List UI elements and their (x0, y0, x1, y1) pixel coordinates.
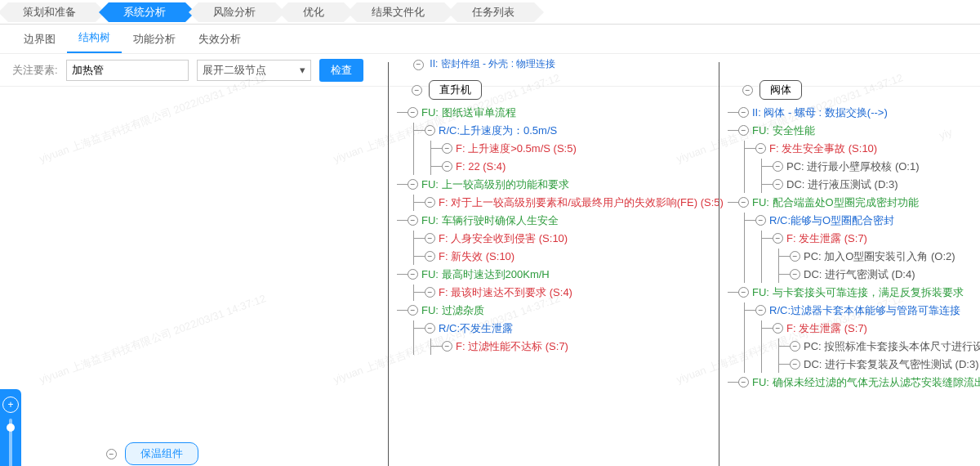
column-valve: − 阀体 −II: 阀体 - 螺母 : 数据交换(-->)−FU: 安全性能−F… (719, 62, 980, 466)
collapse-icon[interactable]: − (413, 60, 424, 70)
collapse-icon[interactable]: − (425, 323, 435, 334)
structure-canvas[interactable]: yiyuan 上海益吉科技有限公司 2022/03/31 14:37:12 yi… (0, 87, 980, 466)
tree-node-rc[interactable]: −R/C:能够与O型圈配合密封 (745, 213, 980, 229)
node-label: DC: 进行卡套复装及气密性测试 (D:3) (795, 356, 979, 373)
tree-node-f[interactable]: −F: 对于上一较高级别要素和/或最终用户的失效影响(FE) (S:5) (414, 195, 719, 211)
collapse-icon[interactable]: − (773, 179, 783, 190)
step-doc[interactable]: 结果文件化 (357, 2, 444, 22)
tree-node-f[interactable]: −F: 过滤性能不达标 (S:7) (431, 338, 719, 355)
collapse-icon[interactable]: − (425, 251, 435, 262)
tree-node-fu[interactable]: −FU: 安全性能 (728, 123, 980, 139)
tree-node-ii[interactable]: −II: 阀体 - 螺母 : 数据交换(-->) (728, 105, 980, 121)
step-opt[interactable]: 优化 (288, 2, 344, 22)
tree-node-f[interactable]: −F: 新失效 (S:10) (414, 249, 719, 265)
tree-valve: −II: 阀体 - 螺母 : 数据交换(-->)−FU: 安全性能−F: 发生安… (728, 105, 980, 392)
children: −R/C:上升速度为：0.5m/S−F: 上升速度>0.5m/S (S:5)−F… (413, 123, 719, 175)
step-risk[interactable]: 风险分析 (198, 2, 275, 22)
collapse-icon[interactable]: − (425, 287, 435, 298)
tree-node-fu[interactable]: −FU: 过滤杂质 (397, 302, 719, 319)
collapse-icon[interactable]: − (738, 377, 749, 388)
tree-node-pc[interactable]: −PC: 进行最小壁厚校核 (O:1) (762, 159, 980, 175)
collapse-icon[interactable]: − (425, 233, 435, 244)
collapse-icon[interactable]: − (790, 359, 800, 370)
tab-failure[interactable]: 失效分析 (187, 25, 252, 53)
step-system[interactable]: 系统分析 (109, 2, 185, 22)
collapse-icon[interactable]: − (425, 197, 435, 208)
tree-helicopter: −FU: 图纸送审单流程−R/C:上升速度为：0.5m/S−F: 上升速度>0.… (397, 105, 719, 356)
collapse-icon[interactable]: − (408, 215, 418, 226)
tree-node-rc[interactable]: −R/C:不发生泄露 (414, 320, 719, 337)
zoom-in-button[interactable]: + (2, 397, 19, 413)
collapse-icon[interactable]: − (755, 143, 766, 154)
tree-node-rc[interactable]: −R/C:上升速度为：0.5m/S (414, 123, 719, 139)
collapse-icon[interactable]: − (442, 341, 452, 352)
collapse-icon[interactable]: − (773, 233, 783, 244)
tree-node-rc[interactable]: −R/C:过滤器卡套本体能够与管路可靠连接 (745, 302, 980, 319)
tree-node-f[interactable]: −F: 22 (S:4) (431, 159, 719, 175)
collapse-icon[interactable]: − (755, 215, 766, 226)
root-node[interactable]: 保温组件 (125, 442, 198, 465)
collapse-icon[interactable]: − (773, 323, 783, 334)
collapse-icon[interactable]: − (738, 125, 749, 136)
collapse-icon[interactable]: − (442, 161, 452, 172)
collapse-icon[interactable]: − (738, 107, 749, 118)
zoom-slider[interactable] (9, 419, 12, 466)
collapse-icon[interactable]: − (408, 107, 418, 118)
collapse-icon[interactable]: − (106, 449, 117, 459)
tree-node-dc[interactable]: −DC: 进行气密测试 (D:4) (779, 267, 980, 283)
tree-node-pc[interactable]: −PC: 按照标准卡套接头本体尺寸进行设计 (O: (779, 338, 980, 355)
check-button[interactable]: 检查 (319, 59, 363, 82)
tab-structure[interactable]: 结构树 (67, 24, 122, 53)
collapse-icon[interactable]: − (412, 85, 422, 96)
children: −F: 最该时速达不到要求 (S:4) (413, 285, 719, 301)
step-plan[interactable]: 策划和准备 (8, 2, 96, 22)
collapse-icon[interactable]: − (738, 197, 749, 208)
tab-boundary[interactable]: 边界图 (12, 25, 67, 53)
collapse-icon[interactable]: − (790, 341, 800, 352)
collapse-icon[interactable]: − (790, 269, 800, 280)
tree-node-fu[interactable]: −FU: 确保未经过滤的气体无法从滤芯安装缝隙流出 (728, 374, 980, 391)
tree-node-pc[interactable]: −PC: 加入O型圈安装引入角 (O:2) (779, 249, 980, 265)
collapse-icon[interactable]: − (442, 143, 452, 154)
node-valve[interactable]: 阀体 (760, 80, 802, 100)
collapse-icon[interactable]: − (790, 251, 800, 262)
view-tabs: 边界图 结构树 功能分析 失效分析 (0, 25, 980, 54)
collapse-icon[interactable]: − (773, 161, 783, 172)
tree-node-f[interactable]: −F: 发生安全事故 (S:10) (745, 141, 980, 157)
collapse-icon[interactable]: − (738, 287, 749, 298)
collapse-icon[interactable]: − (742, 85, 753, 96)
node-label: R/C:能够与O型圈配合密封 (761, 213, 894, 229)
tree-node-fu[interactable]: −FU: 图纸送审单流程 (397, 105, 719, 121)
tree-node-f[interactable]: −F: 上升速度>0.5m/S (S:5) (431, 141, 719, 157)
collapse-icon[interactable]: − (408, 305, 418, 316)
node-label: FU: 与卡套接头可靠连接，满足反复拆装要求 (744, 285, 964, 301)
collapse-icon[interactable]: − (408, 179, 418, 190)
node-label: II: 阀体 - 螺母 : 数据交换(-->) (744, 105, 888, 121)
focus-element-input[interactable] (66, 60, 189, 81)
tab-function[interactable]: 功能分析 (122, 25, 187, 53)
tree-node-fu[interactable]: −FU: 上一较高级别的功能和要求 (397, 177, 719, 193)
tree-node-f[interactable]: −F: 人身安全收到侵害 (S:10) (414, 231, 719, 247)
node-label: FU: 车辆行驶时确保人生安全 (413, 213, 559, 229)
tree-node-f[interactable]: −F: 发生泄露 (S:7) (762, 231, 980, 247)
tree-node-f[interactable]: −F: 发生泄露 (S:7) (762, 320, 980, 337)
zoom-thumb[interactable] (7, 423, 15, 432)
tree-node-dc[interactable]: −DC: 进行卡套复装及气密性测试 (D:3) (779, 356, 980, 373)
children: −F: 过滤性能不达标 (S:7) (430, 338, 719, 355)
tree-node-fu[interactable]: −FU: 与卡套接头可靠连接，满足反复拆装要求 (728, 285, 980, 301)
tree-node-fu[interactable]: −FU: 车辆行驶时确保人生安全 (397, 213, 719, 229)
tree-node-dc[interactable]: −DC: 进行液压测试 (D:3) (762, 177, 980, 193)
node-label: DC: 进行液压测试 (D:3) (778, 177, 898, 193)
expand-level-select[interactable]: 展开二级节点 ▾ (197, 60, 311, 81)
children: −PC: 加入O型圈安装引入角 (O:2)−DC: 进行气密测试 (D:4) (778, 249, 980, 283)
node-helicopter[interactable]: 直升机 (429, 80, 482, 100)
column-header: − 阀体 (742, 80, 802, 100)
tree-node-fu[interactable]: −FU: 配合端盖处O型圈完成密封功能 (728, 195, 980, 211)
node-label: R/C:过滤器卡套本体能够与管路可靠连接 (761, 302, 960, 319)
tree-node-f[interactable]: −F: 最该时速达不到要求 (S:4) (414, 285, 719, 301)
step-tasks[interactable]: 任务列表 (457, 2, 534, 22)
collapse-icon[interactable]: − (425, 125, 435, 136)
tree-node-fu[interactable]: −FU: 最高时速达到200Km/H (397, 267, 719, 283)
collapse-icon[interactable]: − (755, 305, 766, 316)
collapse-icon[interactable]: − (408, 269, 418, 280)
